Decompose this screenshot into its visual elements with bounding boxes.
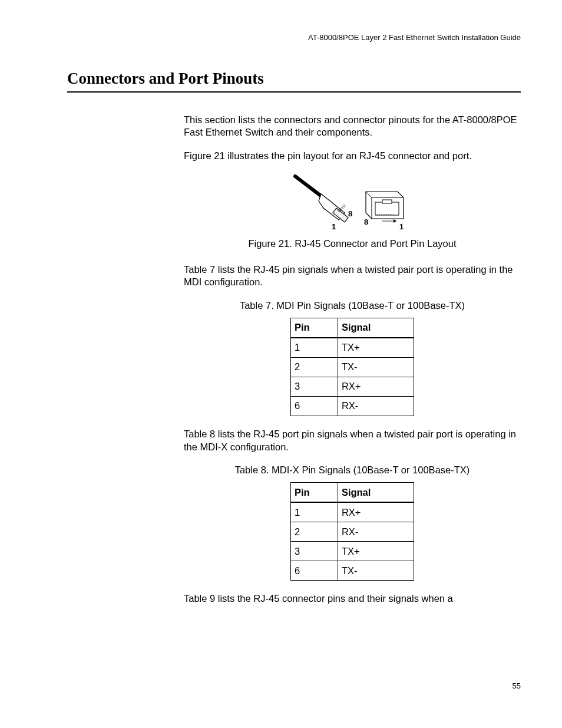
col-pin: Pin [291, 318, 338, 338]
cell-pin: 2 [291, 522, 338, 542]
table-row: 1 RX+ [291, 502, 414, 522]
table-row: 2 TX- [291, 358, 414, 377]
svg-line-7 [342, 206, 345, 207]
svg-line-0 [295, 176, 325, 199]
intro-paragraph-1: This section lists the connectors and co… [184, 114, 521, 139]
cell-pin: 3 [291, 542, 338, 561]
paragraph-table8: Table 8 lists the RJ-45 port pin signals… [184, 428, 521, 453]
cell-pin: 2 [291, 358, 338, 377]
body-column: This section lists the connectors and co… [184, 114, 521, 605]
jack-pin1-label: 1 [399, 222, 404, 231]
table-row: 6 RX- [291, 397, 414, 416]
plug-pin8-label: 8 [348, 209, 352, 218]
rj45-plug-icon [295, 176, 348, 222]
rj45-jack-icon [366, 192, 404, 219]
figure-rj45: 1 8 [184, 173, 521, 232]
page: AT-8000/8POE Layer 2 Fast Ethernet Switc… [0, 0, 562, 728]
svg-marker-21 [394, 219, 396, 223]
svg-line-8 [343, 205, 346, 206]
cell-pin: 1 [291, 338, 338, 358]
cell-signal: TX- [338, 358, 414, 377]
cell-pin: 1 [291, 502, 338, 522]
cell-pin: 6 [291, 561, 338, 581]
col-signal: Signal [338, 318, 414, 338]
table-header-row: Pin Signal [291, 318, 414, 338]
table-header-row: Pin Signal [291, 483, 414, 503]
table-row: 6 TX- [291, 561, 414, 581]
running-header: AT-8000/8POE Layer 2 Fast Ethernet Switc… [308, 33, 521, 42]
cell-pin: 6 [291, 397, 338, 416]
jack-pin8-label: 8 [364, 218, 368, 226]
svg-rect-11 [382, 200, 392, 203]
figure-caption: Figure 21. RJ-45 Connector and Port Pin … [184, 238, 521, 250]
paragraph-table7: Table 7 lists the RJ-45 pin signals when… [184, 263, 521, 289]
page-number: 55 [513, 681, 521, 690]
intro-paragraph-2: Figure 21 illustrates the pin layout for… [184, 150, 521, 162]
table-row: 3 RX+ [291, 377, 414, 397]
table-row: 1 TX+ [291, 338, 414, 358]
svg-rect-10 [375, 202, 399, 215]
svg-line-6 [341, 207, 343, 209]
plug-pin1-label: 1 [332, 222, 336, 231]
cell-signal: TX+ [338, 338, 414, 358]
table-row: 2 RX- [291, 522, 414, 542]
col-signal: Signal [338, 483, 414, 503]
cell-signal: RX+ [338, 502, 414, 522]
cell-signal: RX+ [338, 377, 414, 397]
table7: Pin Signal 1 TX+ 2 TX- 3 RX+ 6 [290, 318, 414, 416]
cell-signal: TX+ [338, 542, 414, 561]
col-pin: Pin [291, 483, 338, 503]
cell-signal: TX- [338, 561, 414, 581]
table7-caption: Table 7. MDI Pin Signals (10Base-T or 10… [184, 299, 521, 312]
cell-pin: 3 [291, 377, 338, 397]
table8: Pin Signal 1 RX+ 2 RX- 3 TX+ 6 [290, 482, 414, 581]
section-rule [67, 91, 521, 93]
table8-caption: Table 8. MDI-X Pin Signals (10Base-T or … [184, 464, 521, 476]
paragraph-table9: Table 9 lists the RJ-45 connector pins a… [184, 592, 521, 605]
rj45-diagram: 1 8 [290, 173, 414, 232]
cell-signal: RX- [338, 522, 414, 542]
cell-signal: RX- [338, 397, 414, 416]
section-title: Connectors and Port Pinouts [67, 70, 521, 88]
table-row: 3 TX+ [291, 542, 414, 561]
